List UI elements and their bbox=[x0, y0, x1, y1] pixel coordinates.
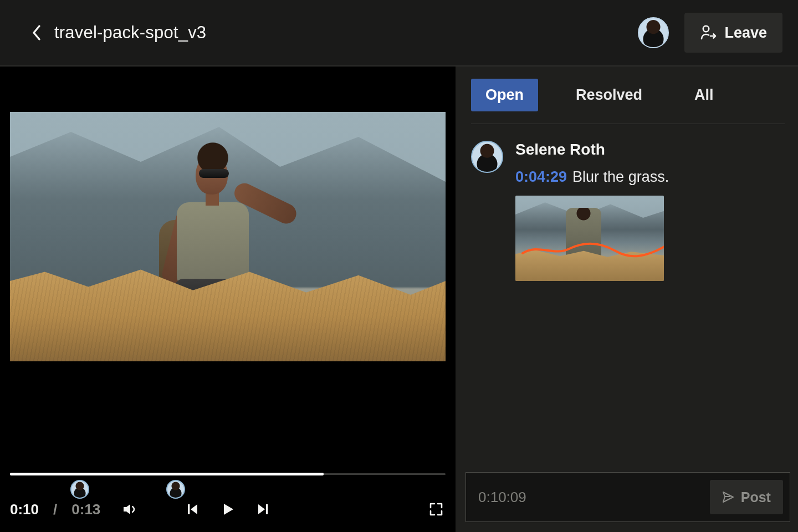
send-icon bbox=[722, 491, 734, 503]
time-duration: 0:13 bbox=[71, 501, 100, 518]
tab-all[interactable]: All bbox=[680, 79, 728, 111]
comment-composer[interactable]: 0:10:09 Post bbox=[466, 472, 790, 522]
comments-pane: Open Resolved All Selene Roth 0:04:29 Bl… bbox=[456, 66, 798, 532]
timeline-marker[interactable] bbox=[166, 480, 185, 499]
composer-input[interactable] bbox=[535, 489, 701, 505]
play-button[interactable] bbox=[218, 500, 237, 519]
video-pane: 0:10 / 0:13 bbox=[0, 66, 456, 532]
leave-button[interactable]: Leave bbox=[684, 13, 782, 53]
svg-point-0 bbox=[703, 26, 709, 32]
comment-thumbnail[interactable] bbox=[515, 196, 664, 281]
time-separator: / bbox=[53, 501, 57, 518]
user-avatar[interactable] bbox=[638, 17, 669, 48]
post-label: Post bbox=[741, 489, 771, 505]
composer-timestamp: 0:10:09 bbox=[478, 489, 526, 506]
volume-icon bbox=[121, 501, 138, 518]
player-controls: 0:10 / 0:13 bbox=[0, 470, 456, 532]
leave-icon bbox=[700, 24, 717, 41]
tab-resolved[interactable]: Resolved bbox=[561, 79, 657, 111]
comment-author: Selene Roth bbox=[515, 141, 785, 158]
fullscreen-button[interactable] bbox=[427, 500, 446, 519]
comment-tabs: Open Resolved All bbox=[456, 66, 798, 111]
chevron-left-icon bbox=[32, 24, 42, 41]
svg-rect-2 bbox=[266, 504, 268, 514]
file-title: travel-pack-spot_v3 bbox=[54, 23, 206, 43]
comment-avatar bbox=[471, 141, 503, 173]
play-icon bbox=[221, 502, 235, 516]
step-forward-button[interactable] bbox=[254, 500, 273, 519]
comment-timestamp[interactable]: 0:04:29 bbox=[515, 168, 567, 186]
fullscreen-icon bbox=[428, 502, 444, 517]
post-button[interactable]: Post bbox=[710, 480, 783, 514]
tab-open[interactable]: Open bbox=[471, 79, 538, 111]
step-forward-icon bbox=[256, 502, 270, 516]
back-button[interactable] bbox=[29, 25, 44, 40]
video-frame[interactable] bbox=[10, 112, 446, 361]
timeline-marker[interactable] bbox=[70, 480, 89, 499]
timeline-track[interactable] bbox=[10, 470, 446, 478]
leave-label: Leave bbox=[724, 24, 767, 42]
comment-text: Blur the grass. bbox=[572, 168, 669, 186]
header-bar: travel-pack-spot_v3 Leave bbox=[0, 0, 798, 66]
time-current: 0:10 bbox=[10, 501, 39, 518]
step-back-button[interactable] bbox=[183, 500, 202, 519]
comment-item[interactable]: Selene Roth 0:04:29 Blur the grass. bbox=[456, 124, 798, 298]
step-back-icon bbox=[185, 502, 200, 516]
svg-rect-1 bbox=[188, 504, 190, 514]
volume-button[interactable] bbox=[120, 500, 139, 519]
